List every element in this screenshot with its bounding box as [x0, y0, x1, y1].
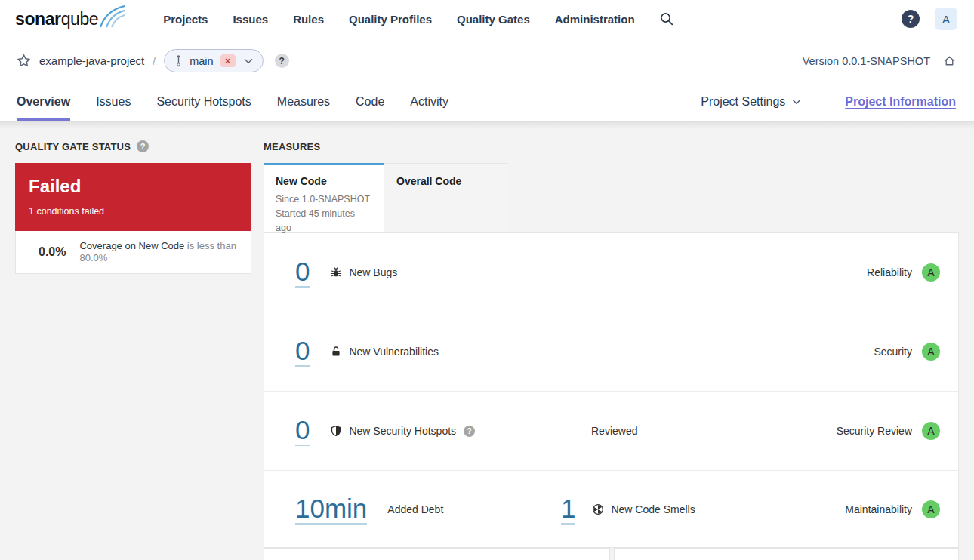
quality-gate-heading-text: QUALITY GATE STATUS: [15, 141, 131, 152]
measures-heading-text: MEASURES: [264, 141, 320, 152]
security-label: Security: [874, 346, 912, 358]
quality-gate-section: QUALITY GATE STATUS ? Failed 1 condition…: [15, 140, 251, 560]
new-code-tab-subtitle: Since 1.0-SNAPSHOT Started 45 minutes ag…: [276, 192, 371, 235]
breadcrumb-separator: /: [153, 55, 156, 67]
added-debt-label: Added Debt: [387, 503, 443, 515]
new-vulnerabilities-count-link[interactable]: 0: [295, 337, 310, 367]
maintainability-rating-badge[interactable]: A: [922, 500, 940, 518]
top-navbar: sonarqube Projects Issues Rules Quality …: [0, 0, 974, 38]
maintainability-label: Maintainability: [845, 503, 912, 515]
measure-row-bugs: 0 New Bugs: [264, 233, 958, 312]
new-code-smells-count-link[interactable]: 1: [561, 494, 575, 525]
reviewed-empty-value: —: [561, 425, 572, 437]
shield-icon: [330, 425, 342, 437]
new-vulnerabilities-label-group: New Vulnerabilities: [330, 346, 439, 358]
measures-panel: 0 New Bugs: [264, 232, 959, 548]
security-review-label: Security Review: [837, 425, 912, 437]
nav-right-group: ? A: [902, 8, 957, 30]
bug-icon: [330, 266, 342, 278]
project-information-link[interactable]: Project Information: [845, 95, 956, 109]
code-smell-icon: [592, 503, 604, 515]
quality-gate-status-banner: Failed 1 conditions failed: [15, 163, 251, 231]
logo-text-light: qube: [61, 9, 99, 29]
security-review-rating-badge[interactable]: A: [922, 422, 940, 440]
breadcrumb-right-group: Version 0.0.1-SNAPSHOT: [803, 54, 956, 67]
measures-heading: MEASURES: [264, 140, 959, 152]
logo-text-bold: sonar: [15, 9, 61, 29]
quality-gate-status: Failed: [29, 177, 238, 196]
logo-swoosh-icon: [100, 5, 125, 28]
reliability-rating-badge[interactable]: A: [922, 263, 940, 282]
project-tabs-bar: Overview Issues Security Hotspots Measur…: [0, 83, 974, 122]
nav-item-quality-profiles[interactable]: Quality Profiles: [349, 13, 432, 26]
new-bugs-count-link[interactable]: 0: [295, 257, 310, 288]
new-code-started: Started 45 minutes ago: [276, 207, 371, 235]
branch-selector[interactable]: main ×: [164, 49, 263, 72]
home-icon[interactable]: [943, 54, 956, 67]
branch-chevron-down-icon: [244, 58, 253, 64]
overview-page: QUALITY GATE STATUS ? Failed 1 condition…: [0, 122, 974, 560]
branch-icon: [174, 54, 183, 67]
new-hotspots-label-group: New Security Hotspots ?: [330, 425, 475, 437]
quality-gate-help-icon[interactable]: ?: [137, 140, 149, 152]
search-icon[interactable]: [660, 12, 673, 26]
project-settings-label: Project Settings: [701, 95, 785, 109]
nav-item-projects[interactable]: Projects: [163, 13, 208, 26]
new-code-smells-label: New Code Smells: [611, 503, 695, 515]
favorite-star-icon[interactable]: [17, 54, 31, 68]
new-code-tab-label: New Code: [276, 175, 371, 187]
new-vulnerabilities-label: New Vulnerabilities: [349, 346, 439, 358]
new-bugs-label-group: New Bugs: [330, 266, 397, 278]
sonarqube-logo-text: sonarqube: [15, 8, 98, 30]
project-settings-menu[interactable]: Project Settings: [701, 95, 801, 109]
tab-code[interactable]: Code: [356, 83, 384, 121]
coverage-card-peek: [264, 548, 610, 560]
nav-item-rules[interactable]: Rules: [293, 13, 324, 26]
measures-tabs: New Code Since 1.0-SNAPSHOT Started 45 m…: [264, 163, 959, 232]
added-debt-link[interactable]: 10min: [295, 494, 367, 525]
new-code-since: Since 1.0-SNAPSHOT: [276, 192, 371, 207]
tab-measures[interactable]: Measures: [277, 83, 330, 121]
tab-overview[interactable]: Overview: [17, 83, 70, 121]
nav-item-quality-gates[interactable]: Quality Gates: [457, 13, 530, 26]
security-rating-badge[interactable]: A: [922, 343, 940, 361]
measures-section: MEASURES New Code Since 1.0-SNAPSHOT Sta…: [264, 140, 959, 560]
unlock-icon: [330, 346, 342, 358]
tab-activity[interactable]: Activity: [410, 83, 448, 121]
overall-code-tab-label: Overall Code: [396, 175, 495, 187]
user-avatar[interactable]: A: [935, 8, 957, 30]
branch-name: main: [190, 55, 213, 67]
tab-issues[interactable]: Issues: [96, 83, 131, 121]
tab-overall-code[interactable]: Overall Code: [384, 163, 507, 232]
project-version: Version 0.0.1-SNAPSHOT: [803, 55, 930, 67]
tab-security-hotspots[interactable]: Security Hotspots: [156, 83, 251, 121]
tab-new-code[interactable]: New Code Since 1.0-SNAPSHOT Started 45 m…: [264, 163, 384, 232]
new-hotspots-count-link[interactable]: 0: [295, 416, 310, 446]
quality-gate-card: Failed 1 conditions failed 0.0% Coverage…: [15, 163, 251, 274]
main-nav: Projects Issues Rules Quality Profiles Q…: [163, 13, 634, 26]
condition-metric: Coverage on New Code: [79, 240, 184, 251]
quality-gate-condition-row[interactable]: 0.0% Coverage on New Code is less than 8…: [15, 231, 251, 274]
project-settings-chevron-down-icon: [792, 99, 801, 105]
breadcrumb-bar: example-java-project / main × ? Version …: [0, 38, 974, 83]
measure-row-hotspots: 0 New Security Hotspots ?: [264, 392, 958, 471]
branch-help-icon[interactable]: ?: [275, 54, 289, 68]
measure-row-maintainability: 10min Added Debt 1: [264, 471, 958, 547]
nav-item-administration[interactable]: Administration: [555, 13, 635, 26]
new-hotspots-label: New Security Hotspots: [349, 425, 456, 437]
branch-clear-icon[interactable]: ×: [220, 54, 236, 67]
new-code-smells-label-group: New Code Smells: [592, 503, 695, 515]
added-debt-label-group: Added Debt: [387, 503, 443, 515]
new-bugs-label: New Bugs: [349, 266, 397, 278]
breadcrumb-project-link[interactable]: example-java-project: [39, 54, 144, 67]
tabs-right-group: Project Settings Project Information: [701, 83, 956, 121]
measure-row-vulnerabilities: 0 New Vulnerabilities Se: [264, 312, 958, 392]
help-icon[interactable]: ?: [902, 10, 920, 28]
quality-gate-conditions-count: 1 conditions failed: [29, 206, 238, 217]
hotspots-help-icon[interactable]: ?: [464, 426, 475, 437]
reliability-label: Reliability: [867, 266, 912, 278]
sonarqube-logo[interactable]: sonarqube: [15, 8, 125, 30]
condition-value: 0.0%: [39, 245, 66, 259]
quality-gate-heading: QUALITY GATE STATUS ?: [15, 140, 251, 152]
nav-item-issues[interactable]: Issues: [233, 13, 268, 26]
